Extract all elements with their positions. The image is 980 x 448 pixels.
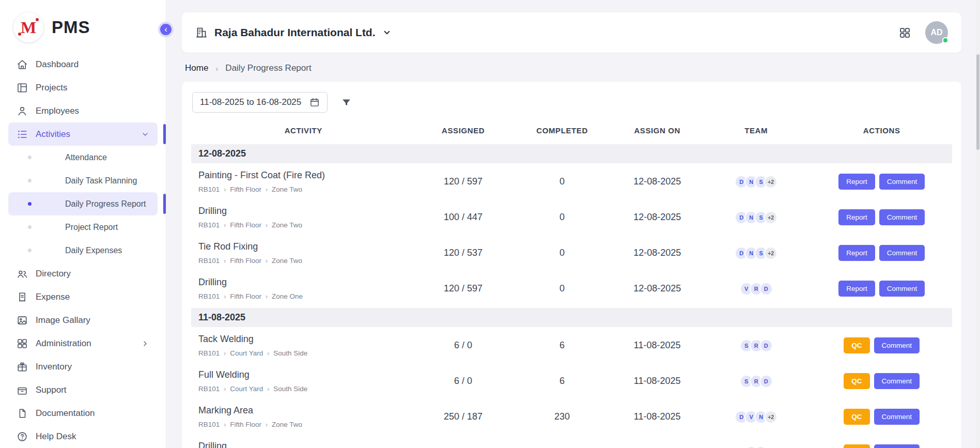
bullet-icon (28, 249, 32, 252)
chevron-right-icon: › (267, 350, 269, 357)
date-group-header: 12-08-2025 (191, 144, 952, 163)
table-row: DrillingRB101›Fifth Floor›Zone One120 / … (191, 271, 952, 307)
comment-button[interactable]: Comment (874, 444, 920, 448)
sidebar-item-projects[interactable]: Projects (8, 76, 158, 99)
location-segment: South Side (273, 349, 307, 357)
completed-value: 6 (511, 340, 614, 351)
admin-icon (17, 338, 28, 349)
activity-name: Drilling (198, 206, 416, 217)
table-row: Marking AreaRB101›Fifth Floor›Zone Two25… (191, 399, 952, 435)
activity-name: Painting - First Coat (Fire Red) (198, 170, 416, 181)
team-more-badge[interactable]: +2 (764, 246, 777, 260)
sidebar-item-inventory[interactable]: Inventory (8, 355, 158, 378)
chevron-right-icon: › (266, 257, 268, 265)
sidebar-item-documentation[interactable]: Documentation (8, 401, 158, 425)
sidebar-item-dashboard[interactable]: Dashboard (8, 53, 158, 76)
sidebar-item-administration[interactable]: Administration (8, 332, 158, 355)
chevron-right-icon: › (266, 186, 268, 193)
qc-button[interactable]: QC (844, 444, 869, 448)
breadcrumb-current: Daily Progress Report (225, 63, 311, 73)
location-segment: Zone Two (272, 421, 302, 428)
sidebar-item-activities[interactable]: Activities (8, 122, 158, 146)
activity-location: RB101›Court Yard›South Side (198, 349, 416, 357)
team-more-badge[interactable]: +2 (764, 175, 777, 189)
sidebar-item-expense[interactable]: Expense (8, 285, 158, 308)
team-more-badge[interactable]: +2 (764, 211, 777, 224)
avatar-initials: AD (930, 28, 942, 37)
scrollbar-thumb[interactable] (976, 54, 979, 150)
report-button[interactable]: Report (838, 174, 875, 190)
sidebar-collapse-button[interactable]: ‹ (158, 22, 174, 37)
comment-button[interactable]: Comment (879, 174, 925, 190)
sidebar-subitem-attendance[interactable]: Attendance (8, 146, 158, 169)
row-actions: QCComment (811, 444, 952, 448)
docs-icon (17, 408, 28, 419)
row-actions: ReportComment (811, 281, 952, 297)
main-content: Raja Bahadur International Ltd. AD Home … (166, 0, 980, 448)
topbar-right: AD (899, 21, 948, 44)
date-group-header: 11-08-2025 (191, 308, 952, 327)
activity-name: Marking Area (198, 405, 416, 416)
row-actions: QCComment (811, 337, 952, 353)
breadcrumb-home[interactable]: Home (185, 63, 208, 73)
activity-location: RB101›Fifth Floor›Zone Two (198, 221, 416, 229)
scrollbar[interactable] (976, 0, 980, 448)
assign-on-value: 12-08-2025 (614, 248, 701, 258)
team-avatars: VRD (701, 282, 812, 296)
location-segment: Fifth Floor (230, 292, 261, 300)
qc-button[interactable]: QC (844, 409, 869, 425)
location-segment: Zone Two (272, 257, 302, 265)
user-avatar[interactable]: AD (925, 21, 948, 44)
team-more-badge[interactable]: +2 (764, 410, 777, 424)
comment-button[interactable]: Comment (874, 409, 920, 425)
sidebar-item-support[interactable]: Support (8, 378, 158, 401)
comment-button[interactable]: Comment (879, 245, 925, 261)
expense-icon (17, 291, 28, 303)
team-avatars: SRD (701, 339, 812, 352)
sidebar-item-image-gallary[interactable]: Image Gallary (8, 308, 158, 332)
team-avatars: DVN+2 (701, 410, 812, 424)
team-avatar[interactable]: D (759, 375, 773, 388)
completed-value: 230 (511, 411, 614, 422)
report-button[interactable]: Report (838, 245, 875, 261)
location-segment: RB101 (198, 221, 220, 229)
column-header-completed: COMPLETED (511, 126, 614, 135)
sidebar-menu: DashboardProjectsEmployeesActivitiesAtte… (0, 53, 166, 448)
sidebar-subitem-project-report[interactable]: Project Report (8, 215, 158, 239)
company-selector[interactable]: Raja Bahadur International Ltd. (195, 26, 392, 39)
sidebar-item-directory[interactable]: Directory (8, 262, 158, 285)
column-header-actions: ACTIONS (811, 126, 952, 135)
activity-location: RB101›Fifth Floor›Zone Two (198, 186, 416, 193)
comment-button[interactable]: Comment (879, 209, 925, 225)
report-button[interactable]: Report (838, 209, 875, 225)
chevron-down-icon (382, 28, 392, 37)
comment-button[interactable]: Comment (874, 337, 920, 353)
row-actions: ReportComment (811, 174, 952, 190)
sidebar-subitem-daily-progress-report[interactable]: Daily Progress Report (8, 192, 158, 215)
sidebar-subitem-daily-task-planning[interactable]: Daily Task Planning (8, 169, 158, 192)
funnel-icon[interactable] (341, 97, 352, 108)
qc-button[interactable]: QC (844, 337, 869, 353)
comment-button[interactable]: Comment (874, 373, 920, 389)
date-range-input[interactable]: 11-08-2025 to 16-08-2025 (192, 92, 328, 113)
logo: M PMS (0, 0, 166, 53)
completed-value: 0 (511, 283, 614, 294)
date-range-value: 11-08-2025 to 16-08-2025 (200, 97, 301, 107)
activity-name: Drilling (198, 441, 416, 448)
table-body: 12-08-2025Painting - First Coat (Fire Re… (191, 144, 952, 448)
team-avatar[interactable]: R (754, 446, 768, 448)
sidebar-subitem-daily-expenses[interactable]: Daily Expenses (8, 239, 158, 262)
team-avatar[interactable]: D (759, 339, 773, 352)
comment-button[interactable]: Comment (879, 281, 925, 297)
location-segment: Court Yard (230, 385, 263, 393)
sidebar-item-help-desk[interactable]: Help Desk (8, 425, 158, 448)
team-avatar[interactable]: D (759, 282, 773, 296)
location-segment: Fifth Floor (230, 421, 261, 428)
row-actions: ReportComment (811, 209, 952, 225)
sidebar-item-employees[interactable]: Employees (8, 99, 158, 122)
qc-button[interactable]: QC (844, 373, 869, 389)
report-button[interactable]: Report (838, 281, 875, 297)
apps-grid-icon[interactable] (899, 27, 911, 39)
completed-value: 0 (511, 176, 614, 187)
activity-location: RB101›Fifth Floor›Zone Two (198, 421, 416, 428)
